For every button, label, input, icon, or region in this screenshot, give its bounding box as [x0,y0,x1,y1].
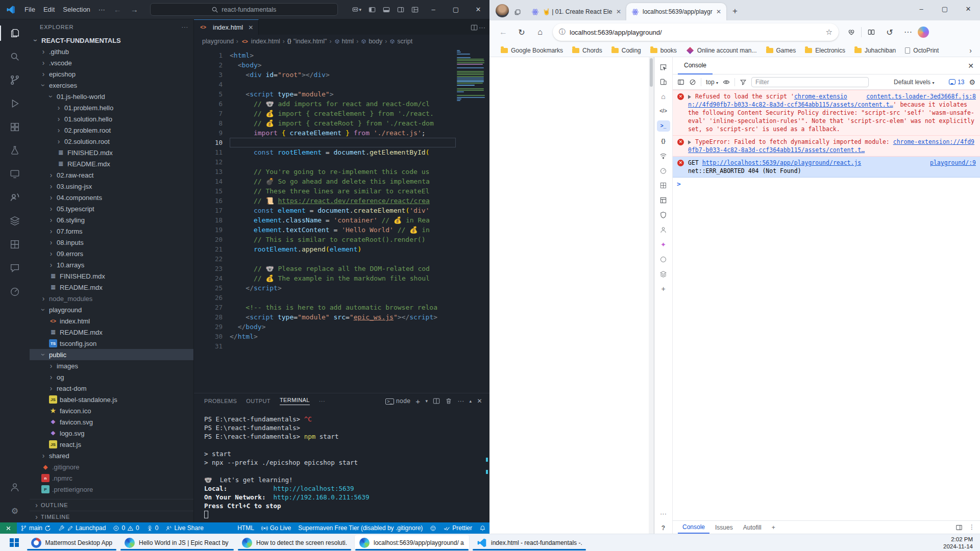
tree-item-02-raw-react[interactable]: ›02.raw-react [30,169,193,181]
tree-item-finished-mdx[interactable]: ≣FINISHED.mdx [30,147,193,158]
devtools-memory-panel-icon[interactable] [657,180,670,191]
tree-item-02-solution-root[interactable]: ›02.solution.root [30,136,193,147]
browser-close-button[interactable]: ✕ [957,0,980,17]
drawer-add-tab[interactable]: + [767,522,780,533]
tab-close-icon[interactable]: ✕ [716,8,721,15]
activity-run-and-debug-icon[interactable] [0,92,30,115]
breadcrumb-item[interactable]: <>index.html [241,37,280,45]
drawer-tab-issues[interactable]: Issues [710,522,738,533]
activity-settings-icon[interactable]: ⚙ [0,499,30,522]
tree-item--vscode[interactable]: ›.vscode [30,57,193,68]
nav-back-icon[interactable]: ← [109,4,126,15]
status-prettier[interactable]: Prettier [440,522,476,534]
split-editor-icon[interactable] [471,23,478,31]
toggle-sidebar-icon[interactable] [365,4,379,16]
minimap[interactable] [457,50,486,104]
browser-settings-more-icon[interactable]: ··· [899,23,917,41]
panel-more-icon[interactable]: ··· [457,397,464,405]
status-feedback[interactable] [426,522,440,534]
address-bar[interactable]: ⓘ localhost:5639/app/playground/ ☆ [553,23,839,41]
log-levels-dropdown[interactable]: Default levels ▾ [894,79,934,86]
browser-tab-1[interactable]: 🤘 | 01. Create React Elements | 0✕ [526,3,626,20]
tree-item-readme-mdx[interactable]: ≣README.mdx [30,327,193,338]
code-editor[interactable]: 1<html>2 <body>3 <div id="root"></div>45… [194,48,489,393]
devtools-elements-panel-icon[interactable]: </> [657,106,670,117]
menu-overflow[interactable]: ··· [94,4,109,15]
maximize-panel-icon[interactable]: ▴ [470,398,472,404]
tree-item-og[interactable]: ›og [30,371,193,383]
tree-item--github[interactable]: ›.github [30,46,193,57]
status-go-live[interactable]: Go Live [258,522,295,534]
devtools-inspect-element-icon[interactable] [657,61,670,72]
drawer-tab-console[interactable]: Console [678,521,709,534]
toggle-panel-icon[interactable] [379,4,394,16]
copilot-icon[interactable] [918,27,929,38]
tree-item--prettierignore[interactable]: P.prettierignore [30,484,193,495]
tree-item-logo-svg[interactable]: ❖logo.svg [30,428,193,439]
tree-item-02-problem-root[interactable]: ›02.problem.root [30,124,193,136]
expand-caret-icon[interactable] [688,95,693,99]
command-search-box[interactable]: react-fundamentals [150,3,338,16]
bookmark-coding[interactable]: Coding [607,45,645,56]
nav-forward-icon[interactable]: → [126,4,143,15]
history-icon[interactable]: ↺ [881,23,898,41]
start-button[interactable] [5,535,23,550]
status-ports[interactable]: 0 [143,522,162,534]
devtools-close-icon[interactable]: ✕ [962,62,980,70]
tree-item-08-inputs[interactable]: ›08.inputs [30,237,193,248]
timeline-section[interactable]: ›TIMELINE [30,511,193,522]
activity-testing-icon[interactable] [0,139,30,162]
console-sidebar-icon[interactable] [677,78,684,86]
drawer-tab-autofill[interactable]: Autofill [739,522,766,533]
clear-console-icon[interactable] [689,78,696,86]
explorer-more-icon[interactable]: ··· [182,24,188,30]
tab-close-icon[interactable]: ✕ [616,8,621,15]
devtools-rail-more-icon[interactable]: ··· [657,508,670,519]
tree-item-react-dom[interactable]: ›react-dom [30,383,193,394]
workspaces-icon[interactable] [514,8,521,16]
browser-tab-2[interactable]: localhost:5639/app/playground/✕ [626,3,726,20]
dock-side-icon[interactable] [955,523,963,531]
address-url[interactable]: localhost:5639/app/playground/ [570,29,822,36]
activity-performance-icon[interactable] [0,280,30,303]
status-supermaven[interactable]: Supermaven Free Tier (disabled by .gitig… [295,522,426,534]
tab-problems[interactable]: PROBLEMS [204,398,237,404]
bookmark-online-account-man-[interactable]: Online account man... [682,45,761,56]
drawer-more-icon[interactable]: ⋮ [969,523,975,531]
tree-item-babel-standalone-js[interactable]: JSbabel-standalone.js [30,394,193,405]
tree-item-public[interactable]: ›public [30,349,193,360]
tree-item-09-errors[interactable]: ›09.errors [30,248,193,259]
console-message-2[interactable]: ✕TypeError: Failed to fetch dynamically … [673,136,980,157]
activity-containers-icon[interactable] [0,209,30,233]
console-prompt[interactable]: > [673,178,980,191]
activity-accounts-icon[interactable] [0,475,30,499]
tree-item-shared[interactable]: ›shared [30,450,193,461]
tree-item-favicon-ico[interactable]: ★favicon.ico [30,405,193,416]
tree-item-index-html[interactable]: <>index.html [30,315,193,327]
editor-more-icon[interactable]: ··· [479,23,485,31]
browser-back-icon[interactable]: ← [495,23,512,41]
tree-item-react-fundamentals[interactable]: ›REACT-FUNDAMENTALS [30,35,193,46]
outline-section[interactable]: ›OUTLINE [30,499,193,511]
breadcrumb-item[interactable]: {}"index.html" [287,38,327,45]
menu-file[interactable]: File [20,4,39,15]
bookmark-books[interactable]: books [646,45,681,56]
breadcrumb-item[interactable]: html [334,38,354,45]
taskbar-edge-button[interactable]: Hello World in JS | Epic React by K... [120,535,234,550]
devtools-performance-panel-icon[interactable] [657,165,670,176]
window-minimize-button[interactable]: – [422,0,445,19]
toggle-secondary-sidebar-icon[interactable] [394,4,408,16]
tree-item-readme-mdx[interactable]: ≣README.mdx [30,282,193,293]
devtools-welcome-icon[interactable]: ⌂ [657,91,670,102]
status-notifications[interactable] [476,522,489,534]
terminal[interactable]: PS E:\react-fundamentals> ^CPS E:\react-… [194,409,489,522]
taskbar-mattermost-button[interactable]: Mattermost Desktop App [27,535,117,550]
browser-refresh-icon[interactable]: ↻ [513,23,530,41]
tree-item-images[interactable]: ›images [30,360,193,371]
tree-item-07-forms[interactable]: ›07.forms [30,226,193,237]
browser-essentials-icon[interactable] [843,23,860,41]
breadcrumb-item[interactable]: body [361,38,382,45]
status-git-branch[interactable]: main [17,522,55,534]
tree-item-tsconfig-json[interactable]: TStsconfig.json [30,338,193,349]
devtools-security-panel-icon[interactable] [657,209,670,220]
